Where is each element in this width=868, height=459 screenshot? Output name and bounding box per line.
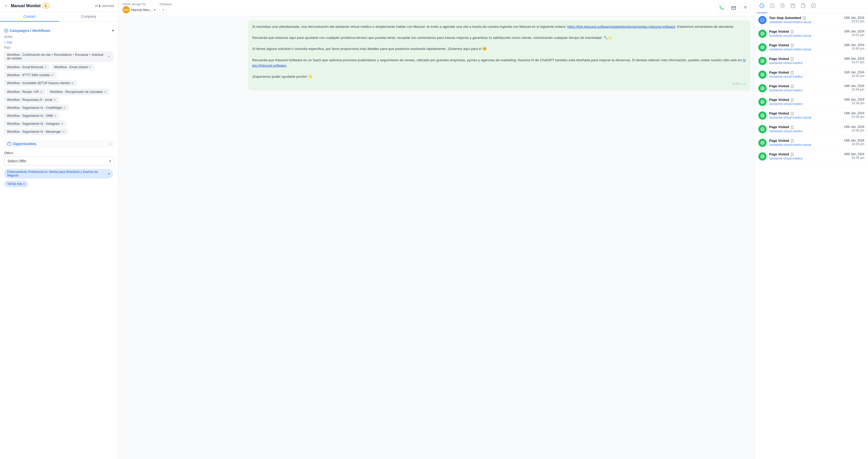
left-panel: ← Manuel Montiel 1 of 1 selected Contact… [0,0,118,459]
workflow-tag-11[interactable]: Workflow - Seguimiento AI - Messenger ⚙ [4,129,68,135]
back-button[interactable]: ← [4,3,9,8]
activity-item-8: Page Visited 📋 /asistente-virtual-medico… [755,123,868,136]
tab-contact[interactable]: Contact [0,12,59,22]
activity-date-7: 16th Jan, 2024 [844,111,864,115]
activity-link-1[interactable]: /asistente-virtual-medico-anual [769,34,841,38]
activity-item-6: Page Visited 📋 /asistente-virtual-medico… [755,95,868,109]
activity-time-0: 10:52 pm [844,20,864,23]
activity-link-7[interactable]: /asistente-virtual-medico-anual [769,116,841,120]
activity-time-5: 10:44 pm [844,88,864,91]
svg-rect-10 [791,4,795,8]
contact-badge: 1 [43,3,49,8]
owner-label: Owner (Assign To) [123,3,155,6]
activity-icon-3 [758,57,767,65]
select-offer[interactable]: Select Offer [4,157,114,166]
remove-offer-0[interactable]: × [108,172,110,176]
tab-tasks[interactable] [767,0,777,13]
tab-company[interactable]: Company [59,12,118,22]
workflow-tag-5[interactable]: Workflow - Recipe: IVR ⚙ [4,89,45,95]
activity-item-10: Page Visited 📋 /asistente-virtual-medico… [755,150,868,163]
activity-link-3[interactable]: /asistente-virtual-medico [769,61,841,65]
activity-title-7: Page Visited 📋 [769,111,841,115]
chat-link-1[interactable]: https://link.inbound.software/widget/boo… [567,25,676,29]
selected-offers: Entrenamiento Profesional en Ventas para… [4,168,114,188]
two-step-icon [761,18,765,22]
campaigns-toggle[interactable]: ▾ [112,28,114,33]
active-label: Active [4,35,114,39]
workflow-icon-2: ⚙ [89,66,91,69]
campaigns-section-header: Campaigns / Workflows ▾ [4,28,114,33]
activity-link-5[interactable]: /asistente-virtual-medico [769,89,841,92]
clip-icon-2: 📋 [790,43,794,47]
svg-rect-1 [7,143,11,145]
activity-link-6[interactable]: /asistente-virtual-medico [769,102,841,106]
activity-link-9[interactable]: /asistente-virtual-medico-anual [769,143,841,146]
activity-link-0[interactable]: /asistente-virtual-medico-anual [769,20,841,24]
owner-avatar: MM [123,6,130,13]
activity-date-0: 16th Jan, 2024 [844,16,864,20]
workflow-tag-2[interactable]: Workflow - Email clicked ⚙ [52,64,94,70]
clip-icon-3: 📋 [790,57,794,61]
offers-label: Offers [4,151,114,155]
tab-notes[interactable] [777,0,788,13]
clip-icon-0: 📋 [802,16,806,20]
activity-item-0: Two Step Submitted 📋 /asistente-virtual-… [755,13,868,27]
workflow-tag-7[interactable]: Workflow - Respuestas AI - email ⚙ [4,97,59,103]
opportunities-icon [7,142,11,146]
tab-billing[interactable] [808,0,818,13]
activity-item-4: Page Visited 📋 /asistente-virtual-medico… [755,68,868,81]
workflow-tag-4[interactable]: Workflow - Irresistible SETUP Nuevos cli… [4,80,77,86]
tab-activity[interactable] [757,0,767,13]
workflow-tag-3[interactable]: Workflow - IFTTT SMS recibido ⚙ [4,72,56,78]
activity-time-4: 10:45 pm [844,74,864,78]
activity-meta-7: 16th Jan, 2024 10:36 pm [844,111,864,119]
email-button[interactable] [729,3,739,13]
activity-meta-0: 16th Jan, 2024 10:52 pm [844,16,864,23]
activity-meta-9: 16th Jan, 2024 10:36 pm [844,139,864,146]
workflow-tag-10[interactable]: Workflow - Seguimiento AI - Instagram ⚙ [4,121,66,127]
add-campaign-button[interactable]: + Add [4,40,12,45]
chat-message-container: Si necesitas una videollamada, una demos… [123,20,750,90]
activity-time-8: 10:36 pm [844,129,864,132]
chat-link-2[interactable]: https://inbound.software [252,58,745,68]
filter-button[interactable] [741,3,750,13]
activity-time-1: 10:52 pm [844,33,864,37]
chat-panel: Owner (Assign To) MM Manuel Mon... ▾ Fol… [118,0,755,459]
contact-tabs: Contact Company [0,12,118,22]
activity-link-8[interactable]: /asistente-virtual-medico [769,129,841,133]
tab-appointments[interactable] [788,0,798,13]
opportunities-header[interactable]: Opportunities › [4,140,114,148]
activity-link-2[interactable]: /asistente-virtual-medico-anual [769,47,841,51]
activity-link-4[interactable]: /asistente-virtual-medico [769,75,841,78]
activity-item-9: Page Visited 📋 /asistente-virtual-medico… [755,136,868,150]
activity-content-10: Page Visited 📋 /asistente-virtual-medico [769,152,841,160]
activity-meta-3: 16th Jan, 2024 10:47 pm [844,57,864,64]
campaigns-icon [4,29,8,33]
activity-content-3: Page Visited 📋 /asistente-virtual-medico [769,57,841,65]
page-visited-icon [761,100,765,104]
page-visited-icon [761,154,765,159]
activity-icon-10 [758,152,767,161]
selection-count: 1 [99,4,100,8]
left-content: Campaigns / Workflows ▾ Active + Add Pas… [0,22,118,459]
activity-date-2: 16th Jan, 2024 [844,43,864,47]
activity-content-6: Page Visited 📋 /asistente-virtual-medico [769,98,841,106]
workflow-tag-0[interactable]: Workflow - Confirmación de cita + Record… [4,52,113,62]
check-mark-icon: ✓✓ [740,81,746,87]
followers-section: Followers + [160,3,172,13]
activity-icon-5 [758,84,767,92]
selection-info: of 1 selected [95,4,114,8]
workflow-tag-9[interactable]: Workflow - Seguimiento AI - GMB ⚙ [4,113,59,119]
workflow-tag-6[interactable]: Workflow - Recuperación de Llamadas ⚙ [47,89,110,95]
owner-select[interactable]: MM Manuel Mon... ▾ [123,6,155,13]
activity-item-2: Page Visited 📋 /asistente-virtual-medico… [755,41,868,54]
workflow-tag-1[interactable]: Workflow - Email Bounced ⚙ [4,64,50,70]
phone-button[interactable] [717,3,727,13]
activity-item-5: Page Visited 📋 /asistente-virtual-medico… [755,81,868,95]
workflow-tag-8[interactable]: Workflow - Seguimiento AI - ChatWidget ⚙ [4,105,68,111]
followers-label: Followers [160,3,172,6]
tab-documents[interactable] [798,0,808,13]
add-follower-button[interactable]: + [160,6,167,13]
activity-link-10[interactable]: /asistente-virtual-medico [769,157,841,160]
remove-offer-1[interactable]: × [23,182,25,186]
